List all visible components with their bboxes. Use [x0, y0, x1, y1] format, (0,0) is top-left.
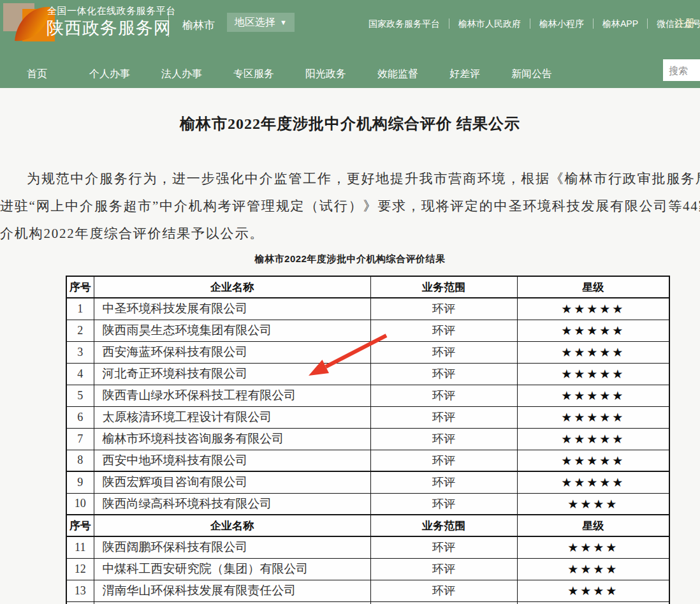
top-link-national-platform[interactable]: 国家政务服务平台 [368, 18, 449, 29]
header-stars: 星级 [517, 515, 669, 536]
cell-stars: ★★★★★ [517, 363, 669, 385]
cell-scope: 环评 [370, 428, 517, 450]
cell-scope: 环评 [370, 493, 517, 515]
nav-item-legal-person[interactable]: 法人办事 [161, 68, 202, 81]
cell-stars: ★★★★ [517, 558, 669, 580]
cell-stars: ★★★★★ [517, 385, 669, 406]
cell-company: 太原核清环境工程设计有限公司 [94, 406, 370, 428]
nav-item-home[interactable]: 首页 [27, 68, 47, 81]
cell-stars: ★★★★★ [517, 298, 669, 320]
top-link-mini-program[interactable]: 榆林小程序 [530, 18, 594, 29]
header-scope: 业务范围 [370, 276, 517, 298]
table-row: 3 西安海蓝环保科技有限公司 环评 ★★★★★ [66, 341, 669, 363]
cell-seq: 4 [66, 363, 94, 385]
cell-scope: 环评 [370, 363, 517, 385]
cell-seq: 6 [66, 406, 94, 428]
cell-stars: ★★★★★ [517, 320, 669, 341]
cell-stars: ★★★★★ [517, 406, 669, 428]
cell-stars: ★★★★★ [517, 341, 669, 363]
header-divider [168, 10, 169, 37]
table-row: 11 陕西阔鹏环保科技有限公司 环评 ★★★★ [66, 536, 669, 558]
evaluation-results-table: 序号 企业名称 业务范围 星级 1 中圣环境科技发展有限公司 环评 ★★★★★ … [66, 276, 670, 604]
cell-company: 中煤科工西安研究院（集团）有限公司 [94, 558, 370, 580]
cell-company: 榆林市环境科技咨询服务有限公司 [94, 428, 370, 450]
cell-seq: 7 [66, 428, 94, 450]
paragraph-line: 介机构2022年度综合评价结果予以公示。 [0, 220, 700, 247]
table-row: 4 河北奇正环境科技有限公司 环评 ★★★★★ [66, 363, 669, 385]
chevron-down-icon: ▼ [280, 19, 287, 26]
nav-item-rating[interactable]: 好差评 [449, 68, 480, 81]
cell-scope: 环评 [370, 320, 517, 341]
region-select-button[interactable]: 地区选择 ▼ [227, 13, 295, 32]
cell-company: 陕西尚绿高科环境科技有限公司 [94, 493, 370, 515]
nav-item-personal[interactable]: 个人办事 [89, 68, 130, 81]
cell-scope: 环评 [370, 580, 517, 601]
table-row: 1 中圣环境科技发展有限公司 环评 ★★★★★ [66, 298, 669, 320]
article-content: 榆林市2022年度涉批中介机构综合评价 结果公示 为规范中介服务行为，进一步强化… [0, 88, 700, 604]
table-row-partial [66, 601, 669, 604]
platform-tagline: 全国一体化在线政务服务平台 [47, 5, 176, 17]
search-input[interactable] [663, 59, 700, 81]
cell-scope: 环评 [370, 385, 517, 406]
cell-company: 陕西阔鹏环保科技有限公司 [94, 536, 370, 558]
announcement-paragraph: 为规范中介服务行为，进一步强化中介监管工作，更好地提升我市营商环境，根据《榆林市… [0, 165, 700, 247]
page: { "header": { "platform_small": "全国一体化在线… [0, 0, 700, 604]
table-row: 13 渭南华山环保科技发展有限责任公司 环评 ★★★★ [66, 580, 669, 601]
table-row: 12 中煤科工西安研究院（集团）有限公司 环评 ★★★★ [66, 558, 669, 580]
cell-seq: 12 [66, 558, 94, 580]
cell-stars: ★★★★ [517, 493, 669, 515]
site-header: 全国一体化在线政务服务平台 陕西政务服务网 榆林市 地区选择 ▼ 国家政务服务平… [0, 0, 700, 88]
cell-scope: 环评 [370, 536, 517, 558]
header-seq: 序号 [66, 276, 94, 298]
paragraph-line: 为规范中介服务行为，进一步强化中介监管工作，更好地提升我市营商环境，根据《榆林市… [0, 165, 700, 193]
cell-company: 中圣环境科技发展有限公司 [94, 298, 370, 320]
cell-company: 陕西雨昊生态环境集团有限公司 [94, 320, 370, 341]
table-row: 10 陕西尚绿高科环境科技有限公司 环评 ★★★★ [66, 493, 669, 515]
table-row: 9 陕西宏辉项目咨询有限公司 环评 ★★★★★ [66, 471, 669, 493]
cell-scope: 环评 [370, 298, 517, 320]
header-company: 企业名称 [94, 515, 370, 536]
cell-company: 西安海蓝环保科技有限公司 [94, 341, 370, 363]
table-row: 5 陕西青山绿水环保科技工程有限公司 环评 ★★★★★ [66, 385, 669, 406]
cell-seq: 2 [66, 320, 94, 341]
cell-company: 渭南华山环保科技发展有限责任公司 [94, 580, 370, 601]
region-select-label: 地区选择 [235, 16, 275, 29]
cell-stars: ★★★★★ [517, 450, 669, 471]
cell-company: 陕西青山绿水环保科技工程有限公司 [94, 385, 370, 406]
cell-seq: 3 [66, 341, 94, 363]
cell-company: 陕西宏辉项目咨询有限公司 [94, 471, 370, 493]
cell-seq: 5 [66, 385, 94, 406]
cell-stars: ★★★★★ [517, 471, 669, 493]
header-stars: 星级 [517, 276, 669, 298]
current-city-label: 榆林市 [182, 18, 215, 33]
site-title: 陕西政务服务网 [47, 17, 171, 40]
top-links: 国家政务服务平台 榆林市人民政府 榆林小程序 榆林APP 微信公众号 [368, 18, 700, 29]
cell-stars: ★★★★ [517, 580, 669, 601]
table-row: 8 西安中地环境科技有限公司 环评 ★★★★★ [66, 450, 669, 471]
main-nav: 首页 个人办事 法人办事 专区服务 阳光政务 效能监督 好差评 新闻公告 [0, 61, 700, 88]
table-row: 7 榆林市环境科技咨询服务有限公司 环评 ★★★★★ [66, 428, 669, 450]
cell-scope: 环评 [370, 471, 517, 493]
table-row: 2 陕西雨昊生态环境集团有限公司 环评 ★★★★★ [66, 320, 669, 341]
top-link-city-government[interactable]: 榆林市人民政府 [449, 18, 530, 29]
nav-item-zone-services[interactable]: 专区服务 [233, 68, 274, 81]
header-scope: 业务范围 [370, 515, 517, 536]
table-row: 6 太原核清环境工程设计有限公司 环评 ★★★★★ [66, 406, 669, 428]
nav-item-efficiency[interactable]: 效能监督 [377, 68, 418, 81]
nav-item-open-government[interactable]: 阳光政务 [305, 68, 346, 81]
cell-seq: 10 [66, 493, 94, 515]
cell-seq: 13 [66, 580, 94, 601]
table-header-row: 序号 企业名称 业务范围 星级 [66, 515, 669, 536]
cell-scope: 环评 [370, 406, 517, 428]
register-link[interactable]: 注册 [674, 17, 695, 31]
cell-scope: 环评 [370, 558, 517, 580]
cell-seq: 1 [66, 298, 94, 320]
nav-item-news[interactable]: 新闻公告 [511, 68, 552, 81]
cell-company: 河北奇正环境科技有限公司 [94, 363, 370, 385]
cell-company: 西安中地环境科技有限公司 [94, 450, 370, 471]
table-caption: 榆林市2022年度涉批中介机构综合评价结果 [0, 253, 700, 265]
header-company: 企业名称 [94, 276, 370, 298]
cell-seq: 8 [66, 450, 94, 471]
top-link-app[interactable]: 榆林APP [594, 18, 648, 29]
paragraph-line: 进驻“网上中介服务超市”中介机构考评管理规定（试行）》要求，现将评定的中圣环境科… [0, 193, 700, 220]
